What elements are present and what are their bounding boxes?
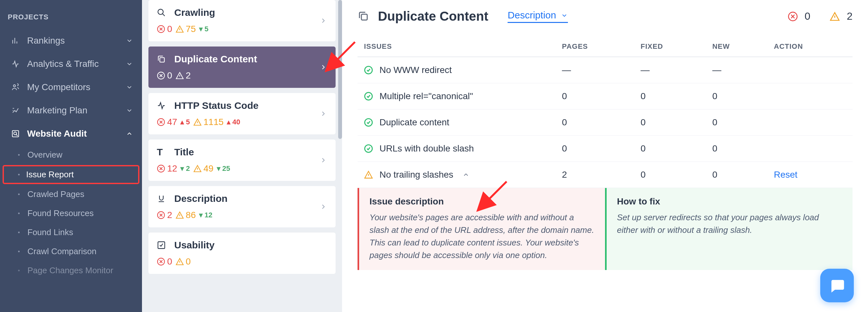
detail-title: How to fix [617,196,842,207]
card-crawling[interactable]: Crawling 0 75 ▾ 5 [149,0,336,41]
cell-fixed: 0 [634,83,706,110]
how-to-fix-box: How to fix Set up server redirects so th… [605,188,852,270]
detail-text: Set up server redirects so that your pag… [617,211,842,236]
nav-label: Rankings [27,35,65,46]
sub-label: Crawled Pages [27,189,84,199]
table-row[interactable]: No trailing slashes 2 0 0 Reset [358,162,852,188]
cell-pages: 0 [556,110,634,136]
head-warning-count: 2 [830,10,852,22]
table-row[interactable]: URLs with double slash 0 0 0 [358,136,852,162]
chevron-right-icon [319,63,327,71]
dot-icon [18,270,20,271]
pulse-icon [157,101,168,110]
chevron-up-icon[interactable] [462,171,469,178]
sidebar-item-website-audit[interactable]: Website Audit [0,122,142,145]
sub-item-crawled-pages[interactable]: Crawled Pages [0,185,142,204]
dot-icon [18,194,20,195]
error-count: 12 [157,164,177,174]
nav-label: My Competitors [27,82,90,92]
card-http-status[interactable]: HTTP Status Code 47 ▴ 5 1115 ▴ 40 [149,93,336,134]
cell-pages: 2 [556,162,634,188]
sidebar-item-analytics[interactable]: Analytics & Traffic [0,52,142,76]
nav-label: Marketing Plan [27,105,88,116]
table-row[interactable]: Multiple rel="canonical" 0 0 0 [358,83,852,110]
delta: ▾ 12 [199,211,213,219]
card-usability[interactable]: Usability 0 0 [149,232,336,274]
card-title[interactable]: TTitle 12 ▾ 2 49 ▾ 25 [149,140,336,181]
card-duplicate-content[interactable]: Duplicate Content 0 2 [149,47,336,88]
text-icon: T [157,147,168,158]
sub-item-crawl-comparison[interactable]: Crawl Comparison [0,242,142,261]
cell-fixed: 0 [634,162,706,188]
sub-label: Found Links [27,227,73,237]
issue-name: Multiple rel="canonical" [379,91,473,102]
sidebar-item-competitors[interactable]: My Competitors [0,76,142,99]
cell-pages: — [556,57,634,83]
description-dropdown[interactable]: Description [507,10,567,23]
table-row[interactable]: Duplicate content 0 0 0 [358,110,852,136]
sub-label: Found Resources [27,208,94,218]
warning-count: 86 [176,210,196,220]
error-count: 0 [157,70,172,81]
cell-fixed: 0 [634,110,706,136]
warning-count: 1115 [193,117,224,127]
sub-item-page-changes[interactable]: Page Changes Monitor [0,261,142,280]
head-error-count: 0 [788,10,811,22]
col-new: NEW [706,36,767,57]
search-icon [157,8,168,17]
warning-count: 49 [193,164,214,174]
main-panel: Duplicate Content Description 0 2 ISSUES… [342,0,868,312]
card-title: Crawling [174,7,215,18]
dot-icon [18,251,20,252]
col-action: ACTION [767,36,852,57]
sidebar-item-rankings[interactable]: Rankings [0,29,142,52]
card-description[interactable]: Description 2 86 ▾ 12 [149,186,336,227]
card-title: Usability [174,240,215,251]
sub-item-overview[interactable]: Overview [0,145,142,164]
table-row[interactable]: No WWW redirect — — — [358,57,852,83]
sidebar-header: PROJECTS [0,13,142,29]
cell-fixed: 0 [634,136,706,162]
cell-fixed: — [634,57,706,83]
chevron-down-icon [126,84,133,91]
error-count: 47 [157,117,177,127]
delta: ▴ 5 [180,118,190,126]
dot-icon [18,154,20,156]
error-count: 2 [157,210,172,220]
nav-label: Analytics & Traffic [27,59,99,69]
dot-icon [18,232,20,233]
sub-item-issue-report[interactable]: Issue Report [3,165,140,184]
sub-item-found-links[interactable]: Found Links [0,223,142,242]
svg-point-2 [14,132,17,135]
check-icon [364,65,373,75]
sub-label: Issue Report [26,170,73,179]
sidebar-item-marketing-plan[interactable]: Marketing Plan [0,99,142,122]
warning-count: 0 [176,256,191,267]
delta: ▴ 40 [227,118,240,126]
chat-fab[interactable] [820,269,854,302]
copy-icon [358,9,369,23]
chevron-up-icon [126,130,133,137]
audit-icon [9,130,22,138]
col-fixed: FIXED [634,36,706,57]
cell-new: 0 [706,136,767,162]
issue-name: No trailing slashes [379,170,453,180]
issue-category-list: Crawling 0 75 ▾ 5 Duplicate Content 0 2 … [142,0,342,312]
cell-new: 0 [706,162,767,188]
col-pages: PAGES [556,36,634,57]
cell-new: 0 [706,83,767,110]
card-title: Duplicate Content [174,54,257,65]
sub-item-found-resources[interactable]: Found Resources [0,204,142,223]
delta: ▾ 25 [217,164,230,173]
warning-count: 2 [176,70,191,81]
reset-button[interactable]: Reset [774,170,797,179]
svg-point-0 [13,85,16,87]
scrollbar[interactable] [338,0,342,139]
error-count: 0 [157,256,172,267]
card-title: HTTP Status Code [174,100,258,111]
svg-rect-5 [160,57,164,62]
nav-label: Website Audit [27,129,87,139]
checkbox-icon [157,240,168,250]
chevron-right-icon [319,17,327,25]
dot-icon [18,212,20,214]
